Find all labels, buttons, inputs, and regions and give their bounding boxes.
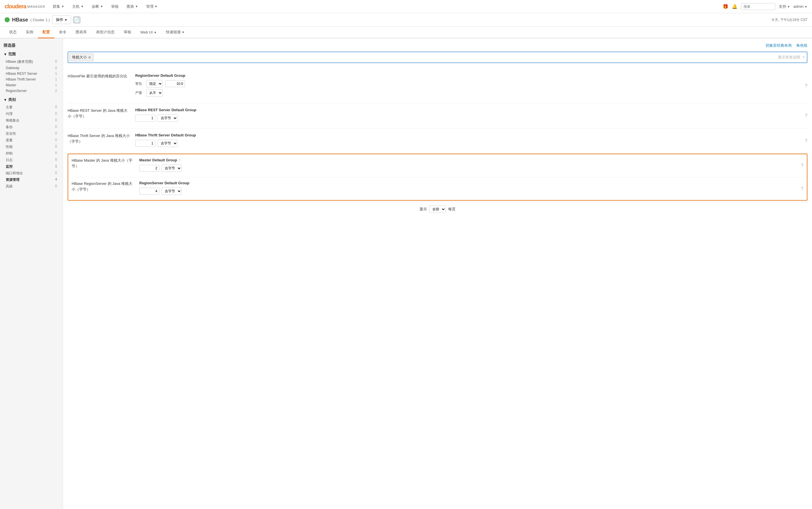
chevron-down-icon: ▼ (154, 31, 157, 34)
pagination-bar: 显示 全部 每页 (68, 202, 807, 216)
tab-audit[interactable]: 审核 (119, 27, 136, 38)
content-top-actions: 切换至经典布局 角色组 (68, 43, 807, 48)
config-controls-rest: HBase REST Server Default Group 吉字节 (135, 108, 800, 124)
help-icon-master[interactable]: ? (801, 163, 803, 168)
help-icon-regionserver[interactable]: ? (801, 186, 803, 192)
tab-webui[interactable]: Web UI ▼ (136, 27, 161, 38)
help-icon-hstorefile[interactable]: ? (805, 83, 807, 89)
warning-value-input[interactable] (165, 80, 185, 87)
thrift-value-input[interactable] (135, 140, 155, 147)
filter-item-rest-server[interactable]: HBase REST Server 1 (3, 71, 59, 76)
pagination-all-select[interactable]: 全部 (429, 205, 446, 213)
rest-unit-select[interactable]: 吉字节 (157, 114, 178, 122)
filter-item-security[interactable]: 安全性 0 (3, 130, 59, 137)
config-row-controls-thrift: 吉字节 (135, 140, 800, 147)
filter-item-backup[interactable]: 备份 0 (3, 124, 59, 130)
config-row-regionserver: HBase RegionServer 的 Java 堆栈大小（字节） Regio… (68, 177, 807, 200)
arrow-icon-master: ↑ (179, 158, 181, 162)
pagination-show-label: 显示 (420, 207, 427, 212)
chevron-down-icon: ▼ (135, 5, 138, 8)
nav-audit[interactable]: 审核 (108, 0, 121, 13)
master-unit-select[interactable]: 吉字节 (162, 165, 182, 172)
gift-icon[interactable]: 🎁 (722, 4, 728, 9)
tab-charts[interactable]: 图表库 (71, 27, 92, 38)
severe-select[interactable]: 从不 (146, 89, 163, 97)
nav-chart[interactable]: 图表 ▼ (124, 0, 141, 13)
warning-select[interactable]: 指定 (146, 80, 163, 88)
chevron-down-icon: ▼ (3, 52, 7, 57)
config-row-controls-regionserver: 吉字节 (139, 188, 796, 195)
config-group-hstorefile: RegionServer Default Group (135, 73, 800, 78)
filter-item-resource[interactable]: 资源管理 4 (3, 176, 59, 183)
nav-diagnosis[interactable]: 诊断 ▼ (89, 0, 106, 13)
filter-item-advanced[interactable]: 高级 0 (3, 183, 59, 190)
nav-host[interactable]: 主机 ▼ (69, 0, 86, 13)
filter-item-stack[interactable]: 堆栈集合 0 (3, 117, 59, 124)
filter-item-hbase-service[interactable]: HBase (服务范围) 0 (3, 59, 59, 65)
filter-scope-section: ▼ 范围 HBase (服务范围) 0 Gateway 0 HBase REST… (3, 52, 59, 94)
master-value-input[interactable] (139, 165, 159, 172)
service-cluster: ( Cluster 1 ) (30, 18, 50, 22)
filter-item-thrift-server[interactable]: HBase Thrift Server 1 (3, 76, 59, 82)
rest-value-input[interactable] (135, 115, 155, 122)
filter-item-log[interactable]: 日志 0 (3, 157, 59, 163)
filter-item-performance[interactable]: 性能 0 (3, 144, 59, 150)
document-icon[interactable]: 📄 (73, 16, 80, 23)
filter-category-header[interactable]: ▼ 类别 (3, 97, 59, 102)
bell-icon[interactable]: 🔔 (732, 4, 738, 9)
tab-cmd[interactable]: 命令 (55, 27, 71, 38)
regionserver-unit-select[interactable]: 吉字节 (162, 188, 182, 195)
filter-scope-header[interactable]: ▼ 范围 (3, 52, 59, 57)
filter-item-regionserver[interactable]: RegionServer 2 (3, 88, 59, 94)
tab-instance[interactable]: 实例 (21, 27, 38, 38)
role-group-btn[interactable]: 角色组 (796, 43, 807, 48)
filter-item-main[interactable]: 主要 0 (3, 104, 59, 111)
search-input-field[interactable] (95, 53, 778, 62)
filter-item-suppress[interactable]: 抑制 0 (3, 150, 59, 157)
chevron-down-icon: ▼ (100, 5, 103, 8)
filter-item-metric[interactable]: 度量 0 (3, 137, 59, 144)
nav-manage[interactable]: 管理 ▼ (143, 0, 161, 13)
nav-cluster[interactable]: 群集 ▼ (50, 0, 67, 13)
sidebar-title: 筛选器 (3, 43, 59, 48)
brand-cloudera: cloudera (5, 3, 26, 10)
nav-admin[interactable]: admin ▼ (793, 4, 807, 9)
tab-stats[interactable]: 表统计信息 (92, 27, 119, 38)
brand-manager: MANAGER (27, 5, 45, 8)
ops-button[interactable]: 操作 ▼ (52, 15, 71, 24)
chevron-down-icon: ▼ (805, 5, 807, 8)
chevron-down-icon: ▼ (3, 98, 7, 102)
regionserver-value-input[interactable] (139, 188, 159, 195)
nav-right: 🎁 🔔 支持 ▼ admin ▼ (722, 3, 807, 10)
warning-label: 警告 (135, 81, 144, 86)
config-group-rest: HBase REST Server Default Group (135, 108, 800, 112)
filter-item-monitor[interactable]: 监控 1 (3, 163, 59, 170)
filter-item-master[interactable]: Master 1 (3, 82, 59, 88)
tab-quicklinks[interactable]: 快速链接 ▼ (161, 27, 189, 38)
help-icon-thrift[interactable]: ? (805, 138, 807, 144)
nav-support[interactable]: 支持 ▼ (779, 4, 790, 9)
switch-layout-btn[interactable]: 切换至经典布局 (766, 43, 792, 48)
chevron-down-icon: ▼ (61, 5, 64, 8)
filter-item-proxy[interactable]: 代理 0 (3, 111, 59, 117)
help-icon-rest[interactable]: ? (805, 113, 807, 118)
config-label-thrift: HBase Thrift Server 的 Java 堆栈大小（字节） (68, 133, 131, 144)
show-all-hint: 显示所有说明 (778, 55, 803, 60)
filter-item-port[interactable]: 端口和地址 0 (3, 170, 59, 176)
search-input[interactable] (741, 3, 775, 10)
tab-config[interactable]: 配置 (38, 27, 55, 38)
chevron-down-icon: ▼ (81, 5, 84, 8)
config-label-regionserver: HBase RegionServer 的 Java 堆栈大小（字节） (72, 181, 135, 192)
thrift-unit-select[interactable]: 吉字节 (157, 140, 178, 147)
config-highlighted-box: HBase Master 的 Java 堆栈大小（字节） Master Defa… (68, 154, 807, 201)
main-layout: 筛选器 ▼ 范围 HBase (服务范围) 0 Gateway 0 HBase … (0, 38, 812, 509)
tab-status[interactable]: 状态 (5, 27, 21, 38)
config-controls-thrift: HBase Thrift Server Default Group 吉字节 (135, 133, 800, 149)
content-area: 切换至经典布局 角色组 堆栈大小 ✕ 显示所有说明 ? HStoreFile 索… (63, 38, 812, 509)
filter-item-gateway[interactable]: Gateway 0 (3, 65, 59, 71)
close-icon[interactable]: ✕ (88, 55, 91, 60)
config-row-controls-severe: 严重 从不 (135, 89, 800, 97)
config-controls-master: Master Default Group ↑ 吉字节 (139, 158, 796, 174)
service-time: 今天, 下午1点19分 CST (771, 18, 807, 22)
config-group-master: Master Default Group ↑ (139, 158, 796, 162)
